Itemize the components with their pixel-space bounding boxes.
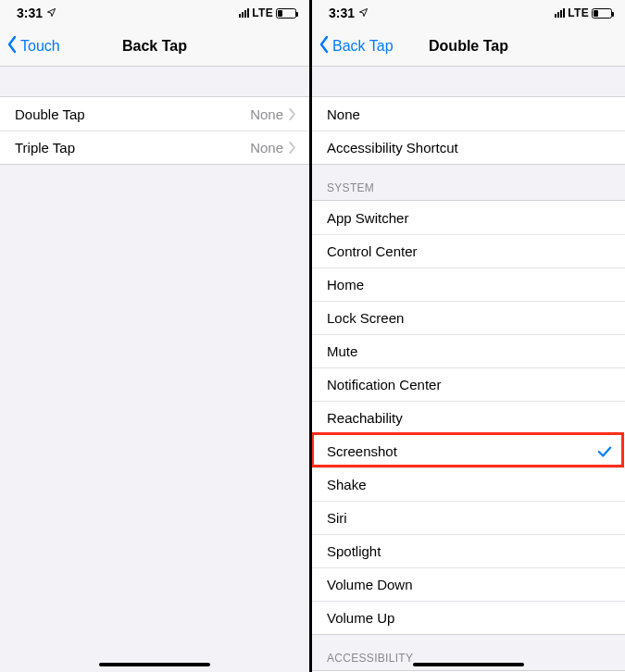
home-indicator[interactable] bbox=[413, 663, 524, 666]
system-options-list: App SwitcherControl CenterHomeLock Scree… bbox=[312, 200, 625, 635]
chevron-right-icon bbox=[289, 142, 296, 154]
option-row[interactable]: None bbox=[312, 97, 625, 131]
status-time: 3:31 bbox=[329, 6, 355, 20]
system-option-row[interactable]: Mute bbox=[312, 334, 625, 367]
status-time: 3:31 bbox=[17, 6, 43, 20]
back-label: Touch bbox=[20, 38, 60, 55]
option-row[interactable]: Accessibility Shortcut bbox=[312, 131, 625, 164]
row-label: Spotlight bbox=[327, 543, 612, 559]
row-label: Double Tap bbox=[15, 106, 250, 122]
tap-options-list: Double TapNoneTriple TapNone bbox=[0, 96, 309, 165]
row-label: Reachability bbox=[327, 410, 612, 426]
tap-option-row[interactable]: Double TapNone bbox=[0, 97, 309, 131]
row-label: Triple Tap bbox=[15, 140, 250, 156]
row-label: None bbox=[327, 106, 612, 122]
section-header-system: SYSTEM bbox=[312, 165, 625, 200]
system-option-row[interactable]: Volume Up bbox=[312, 601, 625, 634]
system-option-row[interactable]: Shake bbox=[312, 467, 625, 501]
chevron-left-icon bbox=[318, 35, 331, 57]
tap-option-row[interactable]: Triple TapNone bbox=[0, 131, 309, 164]
back-label: Back Tap bbox=[332, 38, 394, 55]
phone-double-tap: 3:31 LTE Back Tap Double Tap NoneAccessi… bbox=[312, 0, 625, 672]
system-option-row[interactable]: Reachability bbox=[312, 401, 625, 434]
network-label: LTE bbox=[568, 6, 589, 19]
system-option-row[interactable]: Control Center bbox=[312, 234, 625, 268]
system-option-row[interactable]: Volume Down bbox=[312, 567, 625, 601]
phone-back-tap: 3:31 LTE Touch Back Tap Double TapNoneTr… bbox=[0, 0, 312, 672]
system-option-row[interactable]: App Switcher bbox=[312, 201, 625, 234]
system-option-row[interactable]: Lock Screen bbox=[312, 301, 625, 334]
row-label: Shake bbox=[327, 477, 612, 492]
battery-icon bbox=[592, 8, 612, 19]
row-label: Screenshot bbox=[327, 443, 597, 459]
row-label: Lock Screen bbox=[327, 310, 612, 326]
status-bar: 3:31 LTE bbox=[0, 0, 309, 26]
system-option-row[interactable]: Siri bbox=[312, 501, 625, 534]
row-label: Accessibility Shortcut bbox=[327, 140, 612, 156]
row-label: Notification Center bbox=[327, 377, 612, 392]
row-label: Control Center bbox=[327, 243, 612, 259]
row-label: Siri bbox=[327, 510, 612, 526]
battery-icon bbox=[276, 8, 296, 19]
back-button[interactable]: Back Tap bbox=[312, 35, 394, 57]
nav-bar: Back Tap Double Tap bbox=[312, 26, 625, 67]
system-option-row[interactable]: Home bbox=[312, 268, 625, 301]
nav-bar: Touch Back Tap bbox=[0, 26, 309, 67]
row-label: Volume Down bbox=[327, 577, 612, 592]
location-icon bbox=[46, 6, 56, 20]
back-button[interactable]: Touch bbox=[0, 35, 60, 57]
top-options-list: NoneAccessibility Shortcut bbox=[312, 96, 625, 165]
signal-icon bbox=[555, 8, 565, 18]
row-label: Mute bbox=[327, 343, 612, 359]
row-value: None bbox=[250, 140, 283, 156]
location-icon bbox=[358, 6, 369, 20]
chevron-left-icon bbox=[6, 35, 19, 57]
chevron-right-icon bbox=[289, 108, 296, 120]
row-label: Volume Up bbox=[327, 610, 612, 626]
row-label: App Switcher bbox=[327, 210, 612, 226]
signal-icon bbox=[239, 8, 249, 18]
status-bar: 3:31 LTE bbox=[312, 0, 625, 26]
row-label: Home bbox=[327, 277, 612, 292]
home-indicator[interactable] bbox=[99, 663, 210, 666]
row-value: None bbox=[250, 106, 283, 122]
system-option-row[interactable]: Spotlight bbox=[312, 534, 625, 567]
checkmark-icon bbox=[597, 445, 612, 458]
system-option-row[interactable]: Notification Center bbox=[312, 367, 625, 401]
system-option-row[interactable]: Screenshot bbox=[312, 434, 625, 467]
network-label: LTE bbox=[252, 6, 273, 19]
